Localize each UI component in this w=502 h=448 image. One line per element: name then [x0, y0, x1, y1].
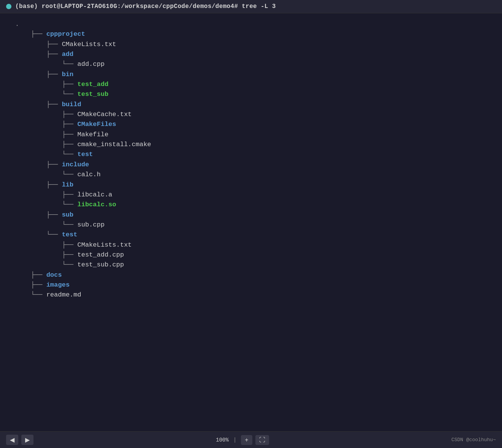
fullscreen-button[interactable]: ⛶ — [255, 435, 269, 445]
connector: ├── — [15, 40, 62, 49]
list-item: └── add.cpp — [15, 59, 491, 69]
list-item: ├── test_add — [15, 80, 491, 89]
item-name: test — [77, 150, 93, 159]
connector: ├── — [15, 70, 62, 80]
list-item: └── test_sub.cpp — [15, 260, 491, 270]
tree-dot-line: . — [15, 19, 491, 29]
item-name: cmake_install.cmake — [77, 140, 151, 150]
list-item: └── test — [15, 150, 491, 159]
item-name: CMakeLists.txt — [62, 40, 116, 49]
terminal-window: (base) root@LAPTOP-2TAO610G:/workspace/c… — [0, 0, 502, 448]
connector: ├── — [15, 210, 62, 220]
list-item: └── calc.h — [15, 170, 491, 180]
prev-button[interactable]: ◀ — [6, 435, 18, 445]
connector: └── — [15, 59, 77, 69]
item-name: libcalc.a — [77, 190, 112, 200]
item-name: test_sub — [77, 89, 108, 99]
connector: ├── — [15, 80, 77, 89]
list-item: ├── cppproject — [15, 29, 491, 39]
connector: └── — [15, 290, 46, 300]
list-item: ├── libcalc.a — [15, 190, 491, 200]
list-item: └── libcalc.so — [15, 200, 491, 210]
connector: ├── — [15, 120, 77, 129]
next-button[interactable]: ▶ — [21, 435, 33, 445]
item-name: test — [62, 230, 77, 240]
item-name: sub.cpp — [77, 220, 104, 230]
item-name: test_sub.cpp — [77, 260, 124, 270]
list-item: ├── CMakeLists.txt — [15, 40, 491, 49]
terminal-content: . ├── cppproject ├── CMakeLists.txt ├── … — [0, 13, 502, 331]
zoom-level: 100% — [216, 437, 229, 443]
item-name: CMakeFiles — [77, 120, 116, 129]
connector: ├── — [15, 29, 46, 39]
zoom-info: 100% | + ⛶ — [216, 435, 269, 445]
connector: └── — [15, 230, 62, 240]
connector: └── — [15, 260, 77, 270]
separator: | — [232, 437, 238, 443]
item-name: test_add — [77, 80, 108, 89]
list-item: ├── docs — [15, 270, 491, 280]
connector: ├── — [15, 100, 62, 110]
status-bar: ◀ ▶ 100% | + ⛶ CSDN @coolhuhu~ — [0, 431, 502, 448]
list-item: └── test_sub — [15, 89, 491, 99]
connector: ├── — [15, 49, 62, 59]
item-name: build — [62, 100, 81, 110]
watermark-text: CSDN @coolhuhu~ — [451, 437, 496, 443]
item-name: sub — [62, 210, 73, 220]
terminal-title: (base) root@LAPTOP-2TAO610G:/workspace/c… — [15, 3, 276, 10]
item-name: libcalc.so — [77, 200, 116, 210]
connector: └── — [15, 150, 77, 159]
item-name: cppproject — [46, 29, 85, 39]
list-item: ├── cmake_install.cmake — [15, 140, 491, 150]
list-item: ├── images — [15, 280, 491, 290]
list-item: ├── lib — [15, 180, 491, 190]
item-name: lib — [62, 180, 73, 190]
connector: ├── — [15, 110, 77, 120]
list-item: ├── include — [15, 160, 491, 170]
list-item: ├── CMakeFiles — [15, 120, 491, 129]
item-name: bin — [62, 70, 73, 80]
status-dot — [6, 4, 11, 9]
list-item: ├── sub — [15, 210, 491, 220]
item-name: add.cpp — [77, 59, 104, 69]
item-name: readme.md — [46, 290, 81, 300]
connector: ├── — [15, 180, 62, 190]
list-item: ├── add — [15, 49, 491, 59]
nav-buttons: ◀ ▶ — [6, 435, 33, 445]
item-name: add — [62, 49, 73, 59]
item-name: test_add.cpp — [77, 250, 124, 260]
item-name: calc.h — [77, 170, 100, 180]
connector: ├── — [15, 190, 77, 200]
connector: ├── — [15, 240, 77, 250]
list-item: ├── test_add.cpp — [15, 250, 491, 260]
item-name: include — [62, 160, 89, 170]
item-name: docs — [46, 270, 62, 280]
item-name: CMakeCache.txt — [77, 110, 132, 120]
list-item: ├── Makefile — [15, 130, 491, 140]
connector: ├── — [15, 270, 46, 280]
connector: ├── — [15, 250, 77, 260]
list-item: └── readme.md — [15, 290, 491, 300]
connector: └── — [15, 89, 77, 99]
list-item: ├── CMakeCache.txt — [15, 110, 491, 120]
zoom-in-button[interactable]: + — [241, 435, 252, 445]
item-name: images — [46, 280, 70, 290]
list-item: ├── bin — [15, 70, 491, 80]
connector-dot: . — [15, 19, 19, 29]
connector: ├── — [15, 140, 77, 150]
connector: ├── — [15, 280, 46, 290]
connector: └── — [15, 220, 77, 230]
tree-view: . ├── cppproject ├── CMakeLists.txt ├── … — [11, 19, 491, 300]
connector: ├── — [15, 160, 62, 170]
title-bar: (base) root@LAPTOP-2TAO610G:/workspace/c… — [0, 0, 502, 13]
connector: ├── — [15, 130, 77, 140]
item-name: Makefile — [77, 130, 108, 140]
list-item: ├── CMakeLists.txt — [15, 240, 491, 250]
item-name: CMakeLists.txt — [77, 240, 132, 250]
list-item: └── sub.cpp — [15, 220, 491, 230]
list-item: └── test — [15, 230, 491, 240]
connector: └── — [15, 170, 77, 180]
list-item: ├── build — [15, 100, 491, 110]
connector: └── — [15, 200, 77, 210]
